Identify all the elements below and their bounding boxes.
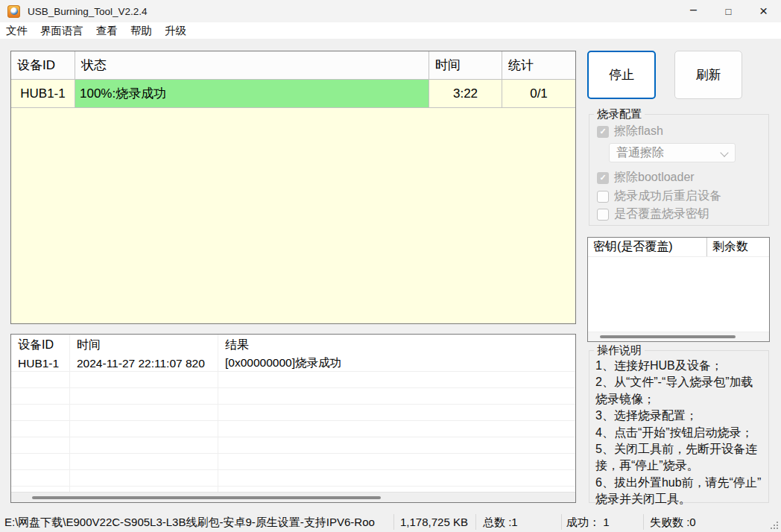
window-title: USB_Burning_Tool_V2.2.4 [28,6,148,17]
log-row-empty [11,421,575,437]
erase-bootloader-label: 擦除bootloader [614,170,695,186]
log-row-empty [11,372,575,388]
log-row-empty [11,437,575,454]
instructions-body: 1、连接好HUB及设备； 2、从“文件”-“导入烧录包”加载烧录镜像； 3、选择… [595,358,765,508]
instructions-group: 操作说明 1、连接好HUB及设备； 2、从“文件”-“导入烧录包”加载烧录镜像；… [589,350,769,503]
refresh-button[interactable]: 刷新 [674,51,742,99]
instruction-line: 3、选择烧录配置； [595,408,765,424]
minimize-icon[interactable]: – [676,0,711,22]
menu-file[interactable]: 文件 [6,24,28,38]
status-success-count: 成功： 1 [566,516,610,530]
header-key[interactable]: 密钥(是否覆盖) [588,238,707,256]
close-icon[interactable]: × [746,0,781,22]
overwrite-key-label: 是否覆盖烧录密钥 [614,206,709,222]
log-row-empty [11,454,575,470]
instruction-line: 6、拔出外置hub前，请先“停止”烧录并关闭工具。 [595,475,765,508]
device-table: 设备ID 状态 时间 统计 HUB1-1 100%:烧录成功 3:22 0/1 [10,51,576,324]
title-bar: USB_Burning_Tool_V2.2.4 – □ × [0,0,781,22]
log-row[interactable]: HUB1-1 2024-11-27 22:11:07 820 [0x000000… [11,355,575,372]
header-device-id[interactable]: 设备ID [11,51,75,79]
app-icon [7,5,20,18]
status-separator [475,514,476,530]
instruction-line: 2、从“文件”-“导入烧录包”加载烧录镜像； [595,374,765,408]
header-status[interactable]: 状态 [75,51,429,79]
log-table: 设备ID 时间 结果 HUB1-1 2024-11-27 22:11:07 82… [10,334,576,503]
window-controls: – □ × [676,0,781,22]
status-separator [643,514,644,530]
device-status-cell: 100%:烧录成功 [75,80,429,107]
resize-grip-icon[interactable] [777,528,778,529]
erase-flash-label: 擦除flash [614,124,663,139]
menu-upgrade[interactable]: 升级 [165,24,186,38]
scrollbar-thumb[interactable] [32,496,381,499]
reboot-after-option[interactable]: 烧录成功后重启设备 [597,189,721,204]
header-stat[interactable]: 统计 [502,51,575,79]
overwrite-key-option[interactable]: 是否覆盖烧录密钥 [597,206,709,222]
log-header-result[interactable]: 结果 [218,335,575,355]
menu-view[interactable]: 查看 [96,24,118,38]
instruction-line: 4、点击“开始”按钮启动烧录； [595,425,765,441]
status-total-count: 总数 :1 [483,516,518,530]
log-header-device-id[interactable]: 设备ID [11,335,70,355]
erase-mode-select[interactable]: 普通擦除 [609,143,736,162]
log-row-empty [11,470,575,487]
burn-config-group: 烧录配置 ✓ 擦除flash 普通擦除 ✓ 擦除bootloader 烧录成功后… [589,114,769,226]
log-header-time[interactable]: 时间 [70,335,218,355]
maximize-icon[interactable]: □ [711,0,746,22]
log-table-header: 设备ID 时间 结果 [11,335,575,355]
checkbox-checked-icon[interactable]: ✓ [597,126,609,138]
erase-flash-option[interactable]: ✓ 擦除flash [597,124,663,139]
device-id-cell: HUB1-1 [11,80,75,107]
log-table-hscrollbar[interactable] [11,492,575,502]
menu-bar: 文件 界面语言 查看 帮助 升级 [0,22,781,39]
log-result-cell: [0x00000000]烧录成功 [218,355,575,371]
status-image-path: E:\网盘下载\E900V22C-S905L3-L3B线刷包-安卓9-原生设置-… [4,516,390,530]
status-bar: E:\网盘下载\E900V22C-S905L3-L3B线刷包-安卓9-原生设置-… [0,513,781,532]
checkbox-checked-icon[interactable]: ✓ [597,172,609,184]
log-device-id-cell: HUB1-1 [11,355,70,371]
instruction-line: 1、连接好HUB及设备； [595,358,765,374]
menu-language[interactable]: 界面语言 [40,24,83,38]
chevron-down-icon [720,148,728,156]
menu-help[interactable]: 帮助 [130,24,152,38]
erase-bootloader-option[interactable]: ✓ 擦除bootloader [597,170,695,186]
log-row-empty [11,388,575,405]
checkbox-unchecked-icon[interactable] [597,209,609,221]
key-table: 密钥(是否覆盖) 剩余数 [587,237,770,342]
instruction-line: 5、关闭工具前，先断开设备连接，再“停止”烧录。 [595,441,765,475]
header-time[interactable]: 时间 [429,51,502,79]
key-table-hscrollbar[interactable] [588,332,769,341]
status-separator [393,514,394,530]
reboot-after-label: 烧录成功后重启设备 [614,189,721,204]
checkbox-unchecked-icon[interactable] [597,191,609,203]
app-window: USB_Burning_Tool_V2.2.4 – □ × 文件 界面语言 查看… [0,0,781,532]
device-table-header: 设备ID 状态 时间 统计 [11,51,575,80]
status-separator [561,514,562,530]
stop-button[interactable]: 停止 [587,51,656,99]
log-row-empty [11,405,575,421]
log-time-cell: 2024-11-27 22:11:07 820 [70,355,218,371]
status-fail-count: 失败数 :0 [650,516,696,530]
header-remaining[interactable]: 剩余数 [707,238,769,256]
scrollbar-thumb[interactable] [600,335,736,338]
key-table-header: 密钥(是否覆盖) 剩余数 [588,238,769,257]
device-stat-cell: 0/1 [502,80,575,107]
erase-mode-value: 普通擦除 [616,145,664,161]
device-time-cell: 3:22 [429,80,502,107]
instructions-title: 操作说明 [594,343,645,356]
burn-config-title: 烧录配置 [594,107,645,120]
status-image-size: 1,178,725 KB [400,516,468,528]
device-row[interactable]: HUB1-1 100%:烧录成功 3:22 0/1 [11,80,575,108]
